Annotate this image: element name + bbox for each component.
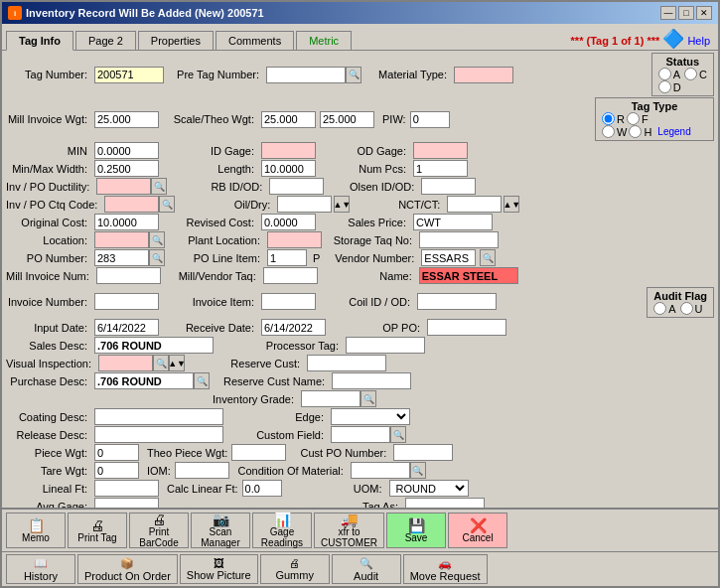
legend-link[interactable]: Legend (657, 126, 690, 137)
tab-page2[interactable]: Page 2 (75, 31, 136, 50)
print-gummy-button[interactable]: 🖨 Gummy (260, 554, 330, 584)
release-desc-input[interactable] (94, 426, 223, 443)
status-c-radio[interactable] (684, 68, 697, 80)
save-button[interactable]: 💾 Save (386, 513, 446, 548)
gage-readings-button[interactable]: 📊 Gage Readings (252, 513, 312, 548)
show-picture-button[interactable]: 🖼 Show Picture (180, 554, 258, 584)
close-button[interactable]: ✕ (696, 6, 712, 20)
visual-insp-input[interactable] (98, 355, 153, 371)
audit-u-radio[interactable] (680, 302, 693, 315)
scale-theo-input[interactable]: 25.000 (261, 111, 316, 128)
receive-date-input[interactable]: 6/14/2022 (261, 319, 326, 336)
lineal-ft-input[interactable] (94, 480, 159, 497)
material-type-input[interactable] (454, 67, 513, 83)
piw-input[interactable]: 25.000 (320, 111, 374, 128)
nct-ct-input[interactable] (447, 196, 502, 213)
tab-metric[interactable]: Metric (296, 31, 352, 50)
print-barcode-button[interactable]: 🖨 Print BarCode (129, 513, 189, 548)
xfr-to-customer-button[interactable]: 🚚 xfr to CUSTOMER (314, 513, 384, 548)
move-request-button[interactable]: 🚗 Move Request (403, 554, 488, 584)
maximize-button[interactable]: □ (678, 6, 694, 20)
piw-value-input[interactable]: 0 (410, 111, 450, 128)
status-d-radio[interactable] (658, 80, 671, 93)
mill-inv-wgt-input[interactable]: 25.000 (94, 111, 159, 128)
inv-grade-input[interactable] (301, 390, 360, 407)
po-line-input[interactable]: 1 (267, 249, 307, 266)
custom-field-search-btn[interactable]: 🔍 (390, 426, 406, 443)
purchase-desc-input[interactable]: .706 ROUND (94, 372, 194, 389)
print-tag-button[interactable]: 🖨 Print Tag (68, 513, 127, 548)
length-input[interactable]: 10.0000 (261, 160, 316, 177)
cust-po-input[interactable] (393, 444, 453, 461)
min-input[interactable]: 0.0000 (94, 142, 159, 159)
tag-number-input[interactable]: 200571 (94, 67, 164, 83)
uom-select[interactable]: ROUND (389, 480, 469, 497)
ctq-search-btn[interactable]: 🔍 (159, 196, 175, 213)
memo-button[interactable]: 📋 Memo (6, 513, 66, 548)
plant-loc-input[interactable] (267, 231, 322, 248)
po-number-input[interactable]: 283 (94, 249, 149, 266)
min-max-width-input[interactable]: 0.2500 (94, 160, 159, 177)
vendor-search-btn[interactable]: 🔍 (480, 249, 496, 266)
vendor-name-input[interactable]: ESSAR STEEL (419, 267, 518, 284)
id-gage-input[interactable] (261, 142, 316, 159)
invoice-num-input[interactable] (94, 293, 159, 310)
theo-piece-wgt-input[interactable] (231, 444, 286, 461)
location-input[interactable] (94, 231, 149, 248)
tag-as-input[interactable] (405, 498, 485, 508)
vendor-num-input[interactable]: ESSARS (421, 249, 476, 266)
scan-manager-button[interactable]: 📷 Scan Manager (191, 513, 250, 548)
ctq-input[interactable] (104, 196, 159, 213)
custom-field-input[interactable] (331, 426, 390, 443)
visual-insp-search-btn[interactable]: 🔍 (153, 355, 169, 371)
op-po-input[interactable] (427, 319, 506, 336)
rb-id-od-input[interactable] (269, 178, 324, 195)
tagtype-h-radio[interactable] (629, 125, 642, 138)
storage-taq-input[interactable] (419, 231, 499, 248)
history-button[interactable]: 📖 History (6, 554, 75, 584)
num-pcs-input[interactable]: 1 (413, 160, 468, 177)
tagtype-f-radio[interactable] (627, 112, 640, 125)
invoice-item-input[interactable] (261, 293, 316, 310)
sales-price-input[interactable]: CWT (413, 214, 493, 230)
ductility-input[interactable] (96, 178, 151, 195)
help-link[interactable]: Help (687, 35, 710, 47)
inv-grade-search-btn[interactable]: 🔍 (360, 390, 376, 407)
minimize-button[interactable]: — (660, 6, 676, 20)
cancel-button[interactable]: ❌ Cancel (448, 513, 507, 548)
tagtype-r-radio[interactable] (602, 112, 615, 125)
nct-ct-btn[interactable]: ▲▼ (504, 196, 519, 213)
mill-vendor-tag-input[interactable] (263, 267, 318, 284)
condition-search-btn[interactable]: 🔍 (410, 462, 426, 479)
processor-tag-input[interactable] (346, 337, 425, 354)
pre-tag-input[interactable] (266, 67, 346, 83)
input-date-input[interactable]: 6/14/2022 (94, 319, 159, 336)
status-a-radio[interactable] (658, 68, 671, 80)
calc-lineal-input[interactable]: 0.0 (242, 480, 282, 497)
revised-cost-input[interactable]: 0.0000 (261, 214, 316, 230)
tare-wgt-input[interactable]: 0 (94, 462, 139, 479)
audit-a-radio[interactable] (653, 302, 666, 315)
mill-inv-num-input[interactable] (96, 267, 161, 284)
iom-input[interactable] (175, 462, 229, 479)
tab-properties[interactable]: Properties (138, 31, 214, 50)
olsen-input[interactable] (421, 178, 476, 195)
edge-select[interactable] (331, 408, 410, 425)
reserve-cust-name-input[interactable] (332, 372, 411, 389)
coil-id-od-input[interactable] (417, 293, 497, 310)
audit-button[interactable]: 🔍 Audit (332, 554, 401, 584)
oil-dry-btn[interactable]: ▲▼ (334, 196, 350, 213)
oil-dry-input[interactable] (277, 196, 332, 213)
tagtype-w-radio[interactable] (602, 125, 615, 138)
tab-comments[interactable]: Comments (216, 31, 294, 50)
orig-cost-input[interactable]: 10.0000 (94, 214, 159, 230)
piece-wgt-input[interactable]: 0 (94, 444, 139, 461)
coating-desc-input[interactable] (94, 408, 223, 425)
product-on-order-button[interactable]: 📦 Product On Order (77, 554, 178, 584)
sales-desc-input[interactable]: .706 ROUND (94, 337, 214, 354)
purchase-desc-search-btn[interactable]: 🔍 (194, 372, 210, 389)
condition-input[interactable] (351, 462, 410, 479)
avg-gage-input[interactable] (94, 498, 159, 508)
reserve-cust-input[interactable] (307, 355, 386, 371)
visual-insp-dd-btn[interactable]: ▲▼ (169, 355, 185, 371)
